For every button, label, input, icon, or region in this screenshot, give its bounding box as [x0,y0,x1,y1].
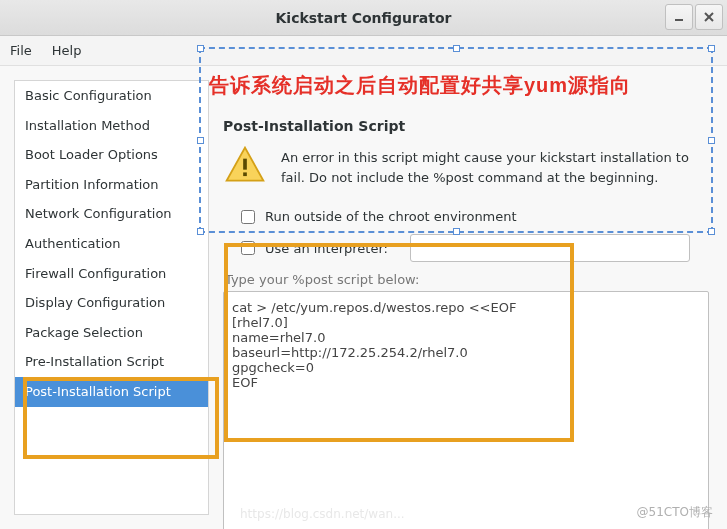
chroot-checkbox[interactable] [241,210,255,224]
content-area: Basic Configuration Installation Method … [0,66,727,529]
interpreter-checkbox[interactable] [241,241,255,255]
menu-file[interactable]: File [10,43,32,58]
menubar: File Help [0,36,727,66]
interpreter-label: Use an interpreter: [265,241,388,256]
panel-title: Post-Installation Script [223,118,709,134]
close-button[interactable] [695,4,723,30]
minimize-button[interactable] [665,4,693,30]
main-panel: 告诉系统启动之后自动配置好共享yum源指向 Post-Installation … [209,66,727,529]
sidebar-item-network[interactable]: Network Configuration [15,199,208,229]
svg-rect-3 [243,159,247,170]
window-controls [665,4,723,30]
sidebar-item-firewall[interactable]: Firewall Configuration [15,259,208,289]
warning-row: An error in this script might cause your… [223,144,709,191]
sidebar-item-basic[interactable]: Basic Configuration [15,81,208,111]
sidebar-item-install-method[interactable]: Installation Method [15,111,208,141]
sidebar-item-partition[interactable]: Partition Information [15,170,208,200]
sidebar-item-post-install[interactable]: Post-Installation Script [15,377,208,407]
menu-help[interactable]: Help [52,43,82,58]
post-script-textarea[interactable] [223,291,709,529]
sidebar-item-bootloader[interactable]: Boot Loader Options [15,140,208,170]
sidebar-item-packages[interactable]: Package Selection [15,318,208,348]
sidebar-item-pre-install[interactable]: Pre-Installation Script [15,347,208,377]
watermark: @51CTO博客 [637,504,713,521]
annotation-text: 告诉系统启动之后自动配置好共享yum源指向 [209,72,631,99]
chroot-label: Run outside of the chroot environment [265,209,517,224]
script-label: Type your %post script below: [225,272,709,287]
sidebar: Basic Configuration Installation Method … [14,80,209,515]
sidebar-item-auth[interactable]: Authentication [15,229,208,259]
chroot-row: Run outside of the chroot environment [241,209,709,224]
sidebar-item-display[interactable]: Display Configuration [15,288,208,318]
svg-rect-4 [243,172,247,176]
titlebar: Kickstart Configurator [0,0,727,36]
warning-icon [223,144,267,191]
window-title: Kickstart Configurator [0,10,727,26]
faded-watermark: https://blog.csdn.net/wan... [240,507,405,521]
interpreter-row: Use an interpreter: [241,234,709,262]
warning-text: An error in this script might cause your… [281,148,709,187]
interpreter-input[interactable] [410,234,690,262]
